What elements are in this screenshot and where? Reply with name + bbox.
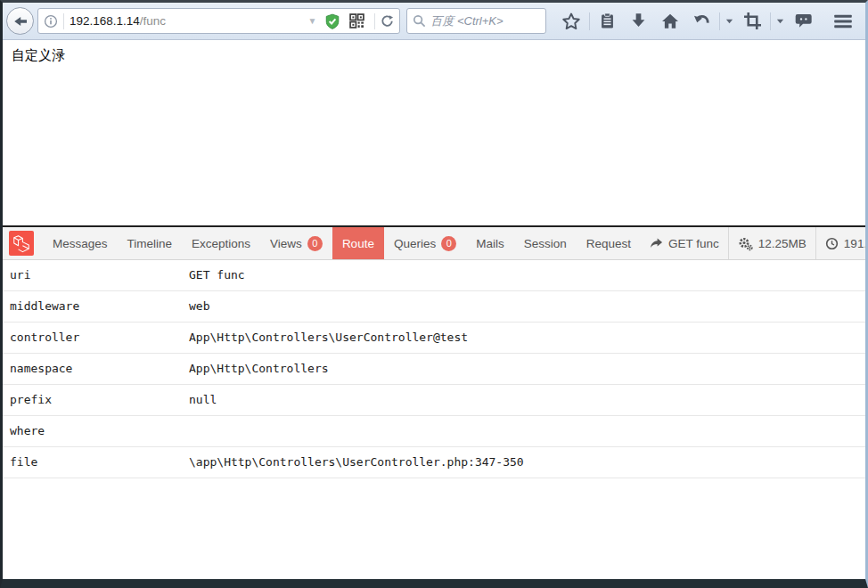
tab-session[interactable]: Session bbox=[514, 227, 577, 259]
search-input[interactable] bbox=[430, 14, 537, 28]
row-key: where bbox=[3, 416, 189, 446]
crop-dropdown-icon[interactable] bbox=[773, 8, 788, 35]
reload-button[interactable] bbox=[381, 14, 394, 28]
undo-button[interactable] bbox=[686, 8, 717, 35]
row-key: controller bbox=[3, 323, 189, 353]
table-row-prefix: prefix null bbox=[3, 385, 865, 416]
row-value bbox=[189, 416, 865, 446]
back-button[interactable] bbox=[6, 7, 34, 35]
menu-icon bbox=[833, 13, 853, 29]
screenshot-crop-button[interactable] bbox=[737, 8, 768, 35]
row-key: namespace bbox=[3, 354, 189, 384]
page-content: 自定义渌 bbox=[3, 40, 865, 225]
urlbar-divider bbox=[63, 13, 64, 29]
tab-messages[interactable]: Messages bbox=[43, 227, 118, 259]
undo-icon bbox=[693, 12, 710, 29]
tab-exceptions[interactable]: Exceptions bbox=[182, 227, 260, 259]
clock-icon bbox=[825, 237, 839, 250]
bookmarks-menu-button[interactable] bbox=[592, 8, 623, 35]
url-host: 192.168.1.14 bbox=[70, 14, 140, 28]
row-key: file bbox=[3, 447, 189, 478]
downloads-button[interactable] bbox=[623, 8, 654, 35]
search-bar[interactable] bbox=[406, 8, 546, 34]
table-row-controller: controller App\Http\Controllers\UserCont… bbox=[3, 323, 865, 354]
toolbar-buttons bbox=[555, 8, 860, 35]
cogs-icon bbox=[738, 236, 753, 251]
debugbar-empty-area bbox=[3, 478, 865, 579]
qr-code-icon[interactable] bbox=[349, 13, 364, 29]
table-row-middleware: middleware web bbox=[3, 291, 865, 323]
share-arrow-icon bbox=[650, 237, 663, 250]
tab-views[interactable]: Views0 bbox=[260, 227, 332, 259]
tab-mails[interactable]: Mails bbox=[466, 227, 514, 259]
row-value: \app\Http\Controllers\UserController.php… bbox=[189, 447, 865, 478]
page-text: 自定义渌 bbox=[12, 47, 856, 64]
row-value: App\Http\Controllers bbox=[189, 354, 865, 384]
tab-route[interactable]: Route bbox=[332, 227, 384, 259]
row-value: App\Http\Controllers\UserController@test bbox=[189, 323, 865, 353]
row-key: prefix bbox=[3, 385, 189, 415]
search-icon bbox=[413, 14, 426, 28]
memory-indicator: 12.25MB bbox=[728, 227, 815, 259]
views-count-badge: 0 bbox=[307, 236, 323, 251]
row-key: middleware bbox=[3, 291, 189, 322]
row-key: uri bbox=[3, 260, 189, 290]
debugbar-header: Messages Timeline Exceptions Views0 Rout… bbox=[3, 227, 865, 260]
row-value: web bbox=[189, 291, 865, 322]
route-indicator: GET func bbox=[641, 227, 728, 259]
laravel-logo-icon bbox=[9, 231, 34, 256]
urlbar-divider bbox=[374, 13, 375, 29]
undo-dropdown-icon[interactable] bbox=[722, 8, 737, 35]
table-row-namespace: namespace App\Http\Controllers bbox=[3, 354, 865, 385]
home-button[interactable] bbox=[654, 8, 686, 35]
bookmark-star-button[interactable] bbox=[555, 8, 587, 35]
row-value: null bbox=[189, 385, 865, 415]
chat-button[interactable] bbox=[788, 8, 821, 35]
queries-count-badge: 0 bbox=[441, 236, 456, 251]
shield-icon[interactable] bbox=[324, 13, 340, 29]
route-table: uri GET func middleware web controller A… bbox=[3, 260, 865, 478]
info-icon[interactable] bbox=[44, 14, 58, 29]
menu-button[interactable] bbox=[826, 8, 860, 35]
tab-timeline[interactable]: Timeline bbox=[118, 227, 183, 259]
download-icon bbox=[630, 12, 647, 29]
chat-bubble-icon bbox=[795, 12, 814, 30]
laravel-debugbar: Messages Timeline Exceptions Views0 Rout… bbox=[3, 225, 865, 579]
time-indicator: 191.12ms bbox=[815, 227, 868, 259]
table-row-where: where bbox=[3, 416, 865, 447]
url-text: 192.168.1.14/func bbox=[70, 14, 166, 28]
urlbar-dropdown-icon[interactable]: ▼ bbox=[307, 16, 316, 26]
crop-icon bbox=[744, 12, 761, 29]
table-row-uri: uri GET func bbox=[3, 260, 865, 291]
tab-queries[interactable]: Queries0 bbox=[384, 227, 466, 259]
back-icon bbox=[13, 14, 28, 29]
star-icon bbox=[562, 12, 580, 30]
url-bar[interactable]: 192.168.1.14/func ▼ bbox=[37, 8, 400, 34]
browser-toolbar: 192.168.1.14/func ▼ bbox=[3, 3, 865, 40]
tab-request[interactable]: Request bbox=[577, 227, 641, 259]
url-path: /func bbox=[140, 14, 166, 28]
row-value: GET func bbox=[189, 260, 865, 290]
browser-window: 192.168.1.14/func ▼ bbox=[0, 0, 868, 588]
table-row-file: file \app\Http\Controllers\UserControlle… bbox=[3, 447, 865, 478]
reload-icon bbox=[381, 14, 394, 28]
clipboard-icon bbox=[599, 12, 616, 29]
home-icon bbox=[661, 12, 679, 30]
